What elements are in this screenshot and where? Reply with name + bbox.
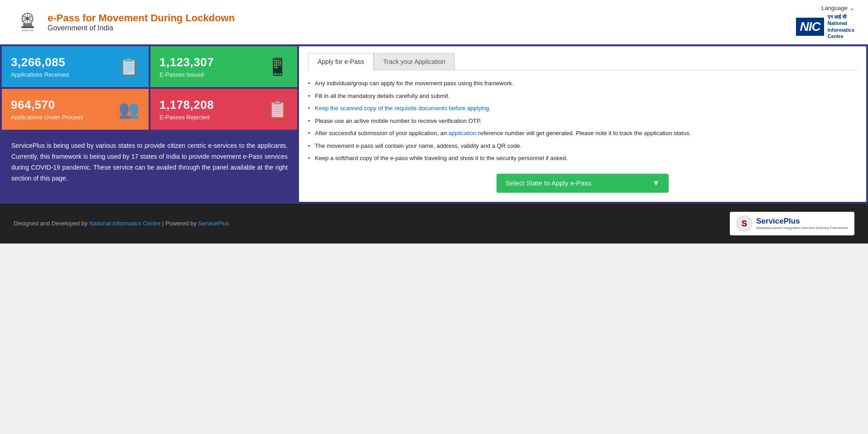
language-label: Language xyxy=(821,5,848,11)
tab-track[interactable]: Track your Application xyxy=(374,53,455,70)
ashoka-emblem: सत्यमेव जयते xyxy=(14,9,41,36)
sp-logo-subtext: Metadata-based Integrated eService Deliv… xyxy=(756,226,848,230)
stats-row: 3,266,085 Applications Received 📋 1,123,… xyxy=(0,44,299,132)
nic-logo-box: NIC xyxy=(796,18,824,36)
stat-label-rejected: E-Passes Rejected xyxy=(159,114,214,121)
footer-text: Designed and Developed by National Infor… xyxy=(14,220,229,227)
language-selector[interactable]: Language ⌄ xyxy=(821,5,854,11)
sp-icon: S S xyxy=(736,215,752,232)
nic-logo: NIC एन आई सी NationalInformaticsCentre xyxy=(796,14,854,39)
instruction-2: Fill in all the mandatory details carefu… xyxy=(308,90,857,102)
svg-text:S: S xyxy=(742,219,747,228)
main-wrapper: 3,266,085 Applications Received 📋 1,123,… xyxy=(0,44,868,204)
applications-process-icon: 👥 xyxy=(118,99,140,119)
nic-full-name: NationalInformaticsCentre xyxy=(828,20,854,39)
tabs: Apply for e-Pass Track your Application xyxy=(308,53,857,70)
footer-powered-by: | Powered by xyxy=(162,220,198,227)
stat-number-received: 3,266,085 xyxy=(11,55,69,69)
header-left: सत्यमेव जयते e-Pass for Movement During … xyxy=(14,9,235,36)
select-state-label: Select State to Apply e-Pass xyxy=(506,179,591,187)
stat-epasses-issued: 1,123,307 E-Passes Issued 📱 xyxy=(150,46,297,87)
main-title: e-Pass for Movement During Lockdown xyxy=(48,12,235,24)
stat-info: 964,570 Applications Under Process xyxy=(11,98,83,121)
stat-applications-received: 3,266,085 Applications Received 📋 xyxy=(2,46,149,87)
nic-info: एन आई सी NationalInformaticsCentre xyxy=(828,14,854,39)
header: सत्यमेव जयते e-Pass for Movement During … xyxy=(0,0,868,44)
instruction-3: Keep the scanned copy of the requisite d… xyxy=(308,102,857,115)
select-state-button[interactable]: Select State to Apply e-Pass ▼ xyxy=(497,174,669,193)
svg-rect-10 xyxy=(23,23,32,27)
stat-number-issued: 1,123,307 xyxy=(159,55,214,69)
sp-logo-name: ServicePlus xyxy=(756,217,848,226)
stat-label-process: Applications Under Process xyxy=(11,114,83,121)
main-content: 3,266,085 Applications Received 📋 1,123,… xyxy=(0,44,868,204)
stat-label-received: Applications Received xyxy=(11,71,69,78)
instruction-3-text: Keep the scanned copy of the requisite d… xyxy=(315,105,491,112)
nic-hindi: एन आई सी xyxy=(828,14,854,20)
applications-received-icon: 📋 xyxy=(118,57,140,77)
instruction-7: Keep a soft/hard copy of the e-pass whil… xyxy=(308,152,857,165)
serviceplus-logo: S S ServicePlus Metadata-based Integrate… xyxy=(730,212,854,235)
stat-info: 1,123,307 E-Passes Issued xyxy=(159,55,214,78)
description-panel: ServicePlus is being used by various sta… xyxy=(0,132,299,193)
instruction-5: After successful submission of your appl… xyxy=(308,127,857,140)
stat-number-rejected: 1,178,208 xyxy=(159,98,214,112)
instruction-6: The movement e-pass will contain your na… xyxy=(308,140,857,152)
right-panel: Apply for e-Pass Track your Application … xyxy=(299,46,866,202)
instruction-4: Please use an active mobile number to re… xyxy=(308,115,857,127)
left-column: 3,266,085 Applications Received 📋 1,123,… xyxy=(0,44,299,204)
header-right: Language ⌄ NIC एन आई सी NationalInformat… xyxy=(796,5,854,39)
stat-info: 1,178,208 E-Passes Rejected xyxy=(159,98,214,121)
instruction-1: Any individual/group can apply for the m… xyxy=(308,77,857,90)
epasses-rejected-icon: 📋 xyxy=(267,99,288,119)
svg-text:सत्यमेव जयते: सत्यमेव जयते xyxy=(21,29,33,32)
nic-link[interactable]: National Informatics Centre xyxy=(89,220,161,227)
site-title: e-Pass for Movement During Lockdown Gove… xyxy=(48,12,235,32)
chevron-down-icon: ⌄ xyxy=(849,5,854,11)
stat-label-issued: E-Passes Issued xyxy=(159,71,214,78)
tab-apply[interactable]: Apply for e-Pass xyxy=(308,53,374,70)
sp-logo-text-block: ServicePlus Metadata-based Integrated eS… xyxy=(756,217,848,230)
epasses-issued-icon: 📱 xyxy=(267,57,288,77)
stat-info: 3,266,085 Applications Received xyxy=(11,55,69,78)
subtitle: Government of India xyxy=(48,24,235,32)
footer: Designed and Developed by National Infor… xyxy=(0,204,868,244)
stat-applications-under-process: 964,570 Applications Under Process 👥 xyxy=(2,89,149,130)
serviceplus-link[interactable]: ServicePlus xyxy=(198,220,229,227)
instructions-list: Any individual/group can apply for the m… xyxy=(308,77,857,165)
chevron-down-icon: ▼ xyxy=(652,179,660,187)
description-text: ServicePlus is being used by various sta… xyxy=(11,141,288,184)
stat-number-process: 964,570 xyxy=(11,98,83,112)
svg-rect-11 xyxy=(21,26,34,28)
stat-epasses-rejected: 1,178,208 E-Passes Rejected 📋 xyxy=(150,89,297,130)
footer-designed-by: Designed and Developed by xyxy=(14,220,89,227)
